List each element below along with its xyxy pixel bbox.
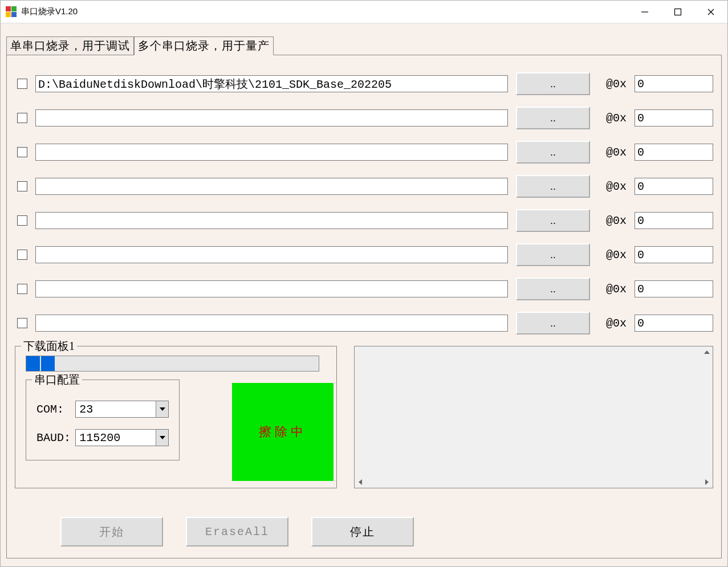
window-title: 串口烧录V1.20 bbox=[21, 6, 628, 17]
file-row: .. @0x bbox=[15, 141, 713, 164]
log-output[interactable] bbox=[354, 346, 713, 488]
baud-value: 115200 bbox=[76, 431, 156, 444]
address-prefix-label: @0x bbox=[598, 317, 627, 330]
file-row: .. @0x bbox=[15, 312, 713, 335]
address-input[interactable] bbox=[635, 212, 713, 229]
maximize-button[interactable] bbox=[661, 1, 694, 23]
address-prefix-label: @0x bbox=[598, 146, 627, 159]
progress-segment bbox=[41, 356, 55, 371]
address-prefix-label: @0x bbox=[598, 77, 627, 91]
browse-button[interactable]: .. bbox=[516, 175, 590, 198]
stop-button[interactable]: 停止 bbox=[311, 517, 414, 546]
address-input[interactable] bbox=[635, 75, 713, 92]
serial-config-group: 串口配置 COM: 23 BAUD: 115200 bbox=[26, 380, 180, 460]
file-path-input[interactable] bbox=[35, 212, 508, 229]
file-path-input[interactable] bbox=[35, 109, 508, 127]
file-row: .. @0x bbox=[15, 243, 713, 266]
file-enable-checkbox[interactable] bbox=[17, 318, 27, 328]
browse-button[interactable]: .. bbox=[516, 209, 590, 232]
address-input[interactable] bbox=[635, 144, 713, 161]
file-enable-checkbox[interactable] bbox=[17, 181, 27, 191]
progress-bar bbox=[26, 356, 319, 372]
scrollbar-vertical[interactable] bbox=[701, 346, 713, 476]
file-enable-checkbox[interactable] bbox=[17, 215, 27, 226]
scrollbar-horizontal[interactable] bbox=[355, 476, 713, 488]
file-enable-checkbox[interactable] bbox=[17, 147, 27, 157]
close-button[interactable] bbox=[694, 1, 727, 23]
minimize-button[interactable] bbox=[628, 1, 661, 23]
file-row: .. @0x bbox=[15, 175, 713, 198]
file-row: .. @0x bbox=[15, 107, 713, 129]
tab-multi-port[interactable]: 多个串口烧录，用于量产 bbox=[134, 36, 274, 55]
baud-label: BAUD: bbox=[36, 431, 72, 444]
scroll-left-icon bbox=[355, 476, 366, 488]
file-path-input[interactable] bbox=[35, 246, 508, 263]
progress-segment bbox=[26, 356, 40, 371]
file-enable-checkbox[interactable] bbox=[17, 79, 27, 89]
address-prefix-label: @0x bbox=[598, 180, 627, 193]
titlebar: 串口烧录V1.20 bbox=[1, 1, 727, 23]
address-input[interactable] bbox=[635, 280, 713, 297]
file-enable-checkbox[interactable] bbox=[17, 284, 27, 294]
address-input[interactable] bbox=[635, 109, 713, 127]
chevron-down-icon bbox=[156, 430, 168, 446]
browse-button[interactable]: .. bbox=[516, 243, 590, 266]
address-prefix-label: @0x bbox=[598, 283, 627, 296]
file-enable-checkbox[interactable] bbox=[17, 113, 27, 123]
status-indicator: 擦除中 bbox=[232, 383, 334, 481]
file-enable-checkbox[interactable] bbox=[17, 250, 27, 260]
com-label: COM: bbox=[36, 403, 72, 416]
browse-button[interactable]: .. bbox=[516, 312, 590, 335]
start-button[interactable]: 开始 bbox=[60, 517, 163, 546]
download-panel-legend: 下载面板1 bbox=[21, 338, 77, 354]
browse-button[interactable]: .. bbox=[516, 72, 590, 95]
address-input[interactable] bbox=[635, 315, 713, 332]
file-path-input[interactable] bbox=[35, 280, 508, 297]
browse-button[interactable]: .. bbox=[516, 278, 590, 300]
serial-config-legend: 串口配置 bbox=[32, 372, 82, 387]
address-prefix-label: @0x bbox=[598, 248, 627, 262]
browse-button[interactable]: .. bbox=[516, 107, 590, 129]
address-input[interactable] bbox=[635, 178, 713, 195]
file-row: .. @0x bbox=[15, 278, 713, 300]
scroll-right-icon bbox=[701, 476, 713, 488]
file-path-input[interactable] bbox=[35, 315, 508, 332]
file-path-input[interactable] bbox=[35, 144, 508, 161]
tab-single-port[interactable]: 单串口烧录，用于调试 bbox=[6, 36, 134, 55]
com-value: 23 bbox=[76, 403, 156, 416]
file-path-input[interactable] bbox=[35, 178, 508, 195]
app-icon bbox=[5, 6, 17, 18]
address-input[interactable] bbox=[635, 246, 713, 263]
download-panel-group: 下载面板1 串口配置 COM: 23 bbox=[15, 346, 337, 488]
tab-panel: .. @0x .. @0x .. @0x .. bbox=[6, 55, 722, 558]
address-prefix-label: @0x bbox=[598, 112, 627, 125]
address-prefix-label: @0x bbox=[598, 214, 627, 227]
erase-all-button[interactable]: EraseAll bbox=[186, 517, 288, 546]
file-path-input[interactable] bbox=[35, 75, 508, 92]
browse-button[interactable]: .. bbox=[516, 141, 590, 164]
chevron-down-icon bbox=[156, 401, 168, 417]
baud-select[interactable]: 115200 bbox=[75, 429, 169, 446]
com-select[interactable]: 23 bbox=[75, 401, 169, 418]
svg-rect-1 bbox=[675, 9, 681, 15]
file-row: .. @0x bbox=[15, 72, 713, 95]
file-row: .. @0x bbox=[15, 209, 713, 232]
scroll-up-icon bbox=[701, 346, 713, 358]
